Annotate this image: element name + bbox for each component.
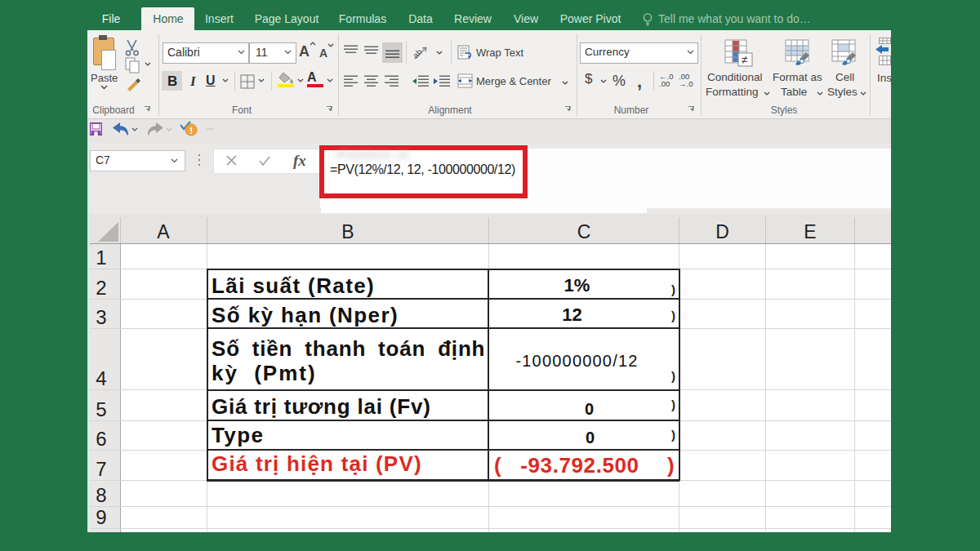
svg-text:!: ! <box>189 126 193 136</box>
svg-text:≠: ≠ <box>742 53 748 66</box>
svg-text:ab: ab <box>412 47 424 60</box>
